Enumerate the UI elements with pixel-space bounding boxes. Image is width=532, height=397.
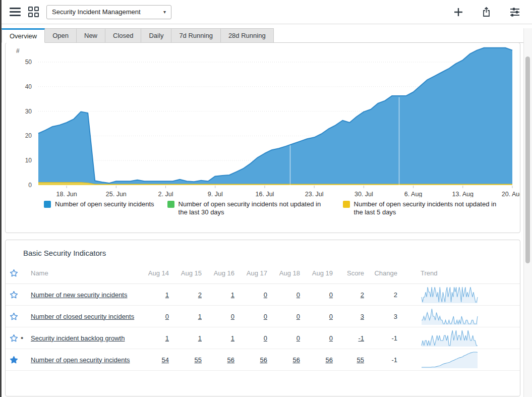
svg-text:18. Jun: 18. Jun — [56, 191, 77, 197]
svg-text:16. Jul: 16. Jul — [256, 191, 274, 197]
value-link[interactable]: 0 — [297, 334, 300, 342]
value-link[interactable]: 54 — [162, 356, 169, 364]
favorite-star-icon[interactable] — [10, 312, 18, 321]
tab-new[interactable]: New — [76, 28, 105, 43]
legend-swatch-yellow — [343, 201, 350, 208]
svg-text:10: 10 — [25, 157, 32, 164]
scrollbar-thumb[interactable] — [525, 56, 530, 263]
svg-text:30. Jul: 30. Jul — [354, 191, 373, 197]
tab-strip: Overview Open New Closed Daily 7d Runnin… — [0, 28, 524, 43]
value-link[interactable]: 0 — [231, 313, 234, 320]
col-name[interactable]: Name — [23, 269, 139, 277]
legend-swatch-green — [167, 201, 174, 208]
value-link[interactable]: 56 — [227, 356, 234, 364]
tab-28d-running[interactable]: 28d Running — [220, 28, 274, 43]
score-link[interactable]: 2 — [361, 291, 364, 299]
favorite-star-icon[interactable] — [10, 356, 18, 364]
indicator-link[interactable]: Number of new security incidents — [31, 291, 127, 299]
value-link[interactable]: 55 — [195, 356, 202, 364]
col-trend[interactable]: Trend — [400, 269, 520, 277]
tab-7d-running[interactable]: 7d Running — [171, 28, 221, 43]
svg-text:30: 30 — [25, 108, 32, 115]
application-window: Security Incident Management ▾ — [0, 0, 532, 397]
settings-button[interactable] — [507, 4, 523, 20]
menu-button[interactable] — [7, 4, 23, 20]
trend-sparkline — [421, 307, 479, 325]
indicator-link[interactable]: Number of closed security incidents — [31, 313, 134, 320]
export-button[interactable] — [479, 4, 495, 20]
tab-open[interactable]: Open — [44, 28, 77, 43]
value-link[interactable]: 0 — [297, 291, 300, 299]
value-link[interactable]: 1 — [198, 334, 202, 342]
svg-text:6. Aug: 6. Aug — [404, 191, 422, 197]
value-link[interactable]: 0 — [297, 313, 300, 320]
top-toolbar: Security Incident Management ▾ — [0, 0, 532, 24]
main-chart: 01020304050#18. Jun25. Jun2. Jul9. Jul16… — [6, 45, 520, 197]
col-aug19[interactable]: Aug 19 — [303, 269, 336, 277]
value-link[interactable]: 1 — [165, 334, 169, 342]
col-aug16[interactable]: Aug 16 — [205, 269, 238, 277]
value-link[interactable]: 0 — [264, 334, 267, 342]
legend-item-not-updated-5d: Number of open security incidents not up… — [343, 200, 505, 216]
value-link[interactable]: 1 — [231, 291, 234, 299]
svg-text:9. Jul: 9. Jul — [208, 191, 223, 197]
value-link[interactable]: 1 — [165, 291, 169, 299]
sliders-icon — [509, 6, 521, 18]
add-button[interactable] — [450, 4, 466, 20]
incidents-chart-card: 01020304050#18. Jun25. Jun2. Jul9. Jul16… — [5, 42, 520, 233]
grid-icon — [28, 7, 39, 17]
value-link[interactable]: 0 — [264, 313, 267, 320]
value-link[interactable]: 1 — [231, 334, 234, 342]
indicator-link[interactable]: Number of open security incidents — [31, 356, 130, 364]
svg-text:20: 20 — [25, 132, 32, 139]
trend-sparkline — [421, 286, 479, 304]
col-aug14[interactable]: Aug 14 — [139, 269, 172, 277]
value-link[interactable]: 2 — [198, 291, 202, 299]
score-link[interactable]: 3 — [361, 313, 364, 320]
star-header-icon[interactable] — [10, 269, 18, 277]
value-link[interactable]: 0 — [264, 291, 267, 299]
svg-text:2. Jul: 2. Jul — [158, 191, 173, 197]
svg-text:0: 0 — [28, 182, 32, 189]
table-row: • Number of open security incidents 54 5… — [6, 349, 520, 371]
table-row: • Number of new security incidents 1 2 1… — [6, 284, 520, 306]
score-link[interactable]: 55 — [357, 356, 364, 364]
hamburger-icon — [10, 8, 21, 17]
svg-text:#: # — [16, 47, 20, 54]
value-link[interactable]: 0 — [329, 291, 333, 299]
value-link[interactable]: 56 — [326, 356, 333, 364]
table-row: • Security incident backlog growth 1 1 1… — [6, 327, 520, 349]
dashboard-select[interactable]: Security Incident Management ▾ — [46, 5, 171, 19]
card-title: Basic Security Indicators — [6, 240, 520, 257]
favorite-star-icon[interactable] — [10, 334, 18, 343]
plus-icon — [452, 6, 464, 18]
svg-text:13. Aug: 13. Aug — [452, 191, 474, 197]
trend-sparkline — [421, 351, 479, 369]
value-link[interactable]: 0 — [329, 334, 333, 342]
indicator-link[interactable]: Security incident backlog growth — [31, 334, 125, 342]
svg-text:25. Jun: 25. Jun — [106, 191, 127, 197]
share-icon — [481, 6, 493, 18]
tab-closed[interactable]: Closed — [105, 28, 141, 43]
dashboard-select-value: Security Incident Management — [52, 8, 141, 16]
tab-daily[interactable]: Daily — [141, 28, 171, 43]
value-link[interactable]: 0 — [329, 313, 333, 320]
vertical-scrollbar[interactable] — [523, 28, 532, 397]
score-link[interactable]: -1 — [358, 334, 364, 342]
dashboards-button[interactable] — [25, 4, 41, 20]
value-link[interactable]: 56 — [260, 356, 267, 364]
value-link[interactable]: 56 — [293, 356, 300, 364]
change-value: -1 — [391, 334, 397, 342]
trend-sparkline — [421, 329, 479, 347]
value-link[interactable]: 0 — [165, 313, 169, 320]
value-link[interactable]: 1 — [198, 313, 202, 320]
col-aug15[interactable]: Aug 15 — [172, 269, 205, 277]
col-aug18[interactable]: Aug 18 — [270, 269, 303, 277]
favorite-star-icon[interactable] — [10, 291, 18, 299]
col-change[interactable]: Change — [367, 269, 400, 277]
col-score[interactable]: Score — [336, 269, 367, 277]
svg-text:20. Aug: 20. Aug — [502, 191, 520, 197]
chart-legend: Number of open security incidents Number… — [6, 200, 520, 216]
tab-overview[interactable]: Overview — [2, 28, 45, 43]
col-aug17[interactable]: Aug 17 — [238, 269, 270, 277]
